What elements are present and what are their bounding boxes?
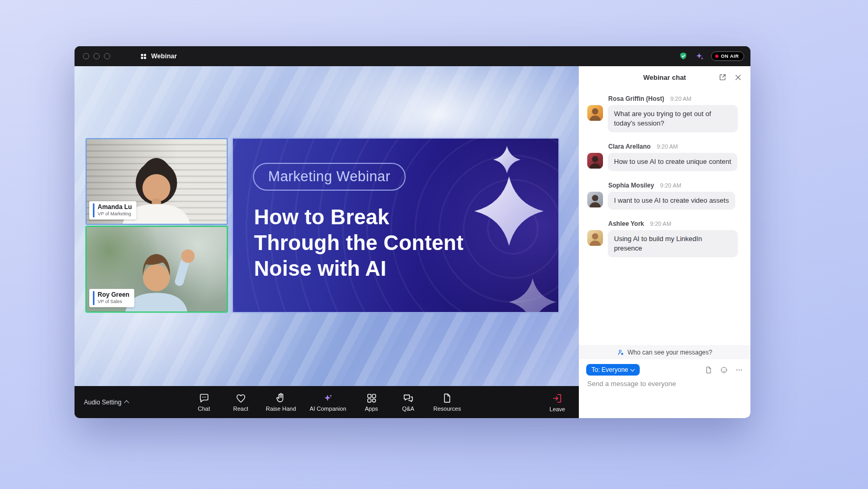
who-can-see-label: Who can see your messages? [628, 349, 712, 356]
more-options-icon[interactable] [735, 366, 743, 374]
webinar-chat-panel: Webinar chat Rosa Griffin (Host) 9:20 A [579, 66, 750, 418]
to-everyone-label: To: Everyone [591, 366, 628, 373]
zoom-window-button[interactable] [104, 53, 110, 59]
ai-companion-label: AI Companion [310, 405, 346, 412]
decor-star-small-icon [493, 146, 521, 173]
ai-companion-icon [322, 392, 334, 404]
slide-badge: Marketing Webinar [253, 163, 406, 191]
who-can-see-banner: Who can see your messages? [579, 345, 750, 359]
leave-label: Leave [549, 405, 565, 412]
message-time: 9:20 AM [657, 143, 678, 150]
meeting-toolbar: Audio Setting Chat React [75, 386, 579, 418]
participant-name: Roy Green [98, 291, 130, 299]
nameplate-accent-bar [93, 203, 94, 217]
slide-title: How to Break Through the Content Noise w… [254, 204, 463, 281]
react-button[interactable]: React [229, 392, 252, 412]
webinar-window: Webinar ON AIR [75, 46, 750, 418]
window-title: Webinar [151, 53, 177, 60]
on-air-badge: ON AIR [711, 51, 744, 61]
chat-label: Chat [198, 405, 210, 412]
close-window-button[interactable] [83, 53, 89, 59]
qa-label: Q&A [402, 405, 414, 412]
nameplate-accent-bar [93, 291, 94, 305]
react-label: React [233, 405, 248, 412]
decor-star-faint-icon [509, 278, 556, 313]
resources-button[interactable]: Resources [433, 392, 461, 412]
decor-star-large-icon [474, 176, 544, 246]
chat-title: Webinar chat [643, 74, 686, 81]
security-shield-icon[interactable] [679, 51, 688, 61]
chat-message: Clara Arellano 9:20 AM How to use AI to … [587, 141, 742, 171]
message-author: Sophia Mosiley [608, 182, 654, 189]
audio-setting-button[interactable]: Audio Setting [84, 399, 129, 406]
to-everyone-selector[interactable]: To: Everyone [586, 364, 640, 376]
avatar [587, 192, 603, 207]
chat-message: Ashlee York 9:20 AM Using AI to build my… [587, 219, 742, 257]
on-air-dot-icon [715, 55, 718, 58]
window-controls [83, 53, 110, 59]
ai-companion-button[interactable]: AI Companion [310, 392, 346, 412]
apps-label: Apps [365, 405, 378, 412]
message-bubble: I want to use AI to create video assets [608, 192, 735, 210]
on-air-label: ON AIR [721, 54, 739, 59]
app-title: Webinar [140, 53, 177, 60]
message-time: 9:20 AM [650, 221, 671, 227]
message-author: Ashlee York [608, 220, 644, 227]
avatar [587, 153, 603, 169]
resources-label: Resources [433, 405, 461, 412]
avatar [587, 230, 603, 246]
minimize-window-button[interactable] [93, 53, 100, 59]
chat-header: Webinar chat [579, 66, 750, 88]
chevron-up-icon [124, 400, 130, 405]
leave-door-icon [552, 392, 563, 404]
chat-button[interactable]: Chat [193, 392, 216, 412]
nameplate-amanda: Amanda Lu VP of Marketing [89, 201, 136, 220]
nameplate-roy: Roy Green VP of Sales [89, 289, 134, 307]
close-icon[interactable] [734, 74, 742, 81]
message-bubble: How to use AI to create unique content [608, 153, 737, 171]
apps-grid-icon [366, 392, 377, 404]
video-tile-amanda[interactable]: Amanda Lu VP of Marketing [86, 138, 228, 225]
participant-name: Amanda Lu [98, 203, 132, 211]
avatar [587, 105, 603, 121]
window-titlebar: Webinar ON AIR [75, 46, 750, 66]
ai-companion-sparkle-icon[interactable] [695, 51, 704, 61]
message-time: 9:20 AM [670, 96, 691, 102]
apps-button[interactable]: Apps [360, 392, 383, 412]
chat-message-list[interactable]: Rosa Griffin (Host) 9:20 AM What are you… [579, 88, 750, 345]
compose-controls: To: Everyone [579, 359, 750, 378]
qa-button[interactable]: Q&A [397, 392, 420, 412]
chat-message-input[interactable] [579, 378, 750, 394]
participant-role: VP of Marketing [98, 211, 132, 217]
chat-message: Rosa Griffin (Host) 9:20 AM What are you… [587, 93, 742, 132]
raise-hand-icon [275, 392, 287, 404]
resources-document-icon [441, 392, 453, 404]
person-privacy-icon [617, 349, 624, 356]
message-bubble: What are you trying to get out of today'… [608, 105, 738, 132]
chat-bubble-icon [198, 392, 210, 404]
presentation-slide: Marketing Webinar How to Break Through t… [232, 138, 559, 313]
message-time: 9:20 AM [660, 182, 681, 189]
message-bubble: Using AI to build my LinkedIn presence [608, 230, 738, 257]
popout-icon[interactable] [718, 73, 727, 81]
raise-hand-label: Raise Hand [266, 405, 296, 412]
message-author: Clara Arellano [608, 143, 651, 150]
emoji-icon[interactable] [720, 366, 728, 374]
attach-file-icon[interactable] [705, 366, 713, 374]
webinar-icon [140, 53, 147, 60]
heart-icon [235, 392, 247, 404]
chat-message: Sophia Mosiley 9:20 AM I want to use AI … [587, 180, 742, 210]
message-author: Rosa Griffin (Host) [608, 95, 664, 102]
chat-bottom-spacer [579, 394, 750, 418]
video-stage: Amanda Lu VP of Marketing [75, 66, 579, 386]
participant-role: VP of Sales [98, 299, 130, 305]
qa-bubbles-icon [403, 392, 414, 404]
video-tile-roy[interactable]: Roy Green VP of Sales [86, 226, 228, 313]
raise-hand-button[interactable]: Raise Hand [266, 392, 296, 412]
leave-button[interactable]: Leave [549, 392, 565, 412]
audio-setting-label: Audio Setting [84, 399, 121, 406]
chevron-down-icon [630, 367, 634, 371]
